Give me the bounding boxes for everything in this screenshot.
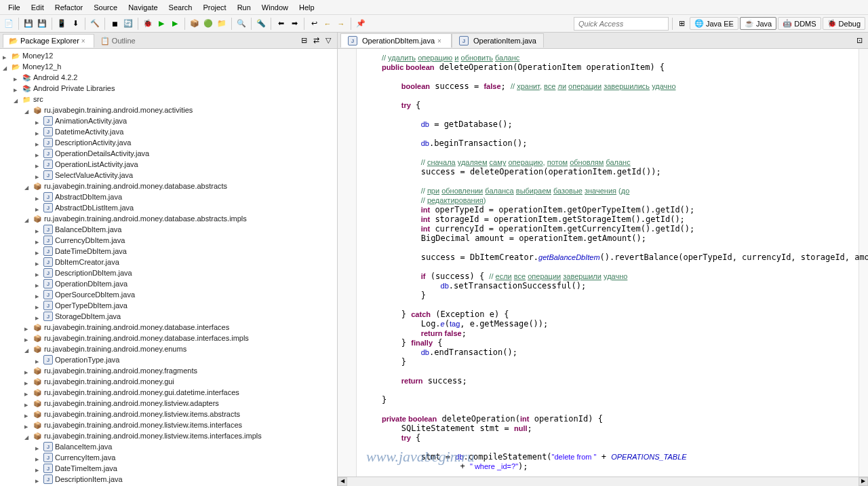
lib-android[interactable]: Android 4.2.2 [1, 72, 336, 83]
quick-access-input[interactable] [574, 17, 669, 31]
file-animation[interactable]: AnimationActivity.java [1, 115, 336, 126]
file-dbcreator[interactable]: DbItemCreator.java [1, 257, 336, 267]
file-opersource[interactable]: OperSourceDbItem.java [1, 289, 336, 300]
file-operationtype[interactable]: OperationType.java [1, 354, 336, 365]
close-icon[interactable]: × [81, 37, 88, 44]
save-all-icon[interactable]: 💾 [36, 18, 48, 30]
file-opdetails[interactable]: OperationDetailsActivity.java [1, 148, 336, 159]
menu-edit[interactable]: Edit [26, 1, 50, 14]
maximize-icon[interactable]: ⊡ [853, 35, 865, 47]
package-enums[interactable]: ru.javabegin.training.android.money.enum… [1, 343, 336, 354]
new-icon[interactable]: 📄 [3, 18, 15, 30]
debug-icon[interactable]: 🐞 [142, 18, 154, 30]
code-content[interactable]: // удалить операцию и обновить баланс pu… [357, 49, 859, 475]
save-icon[interactable]: 💾 [22, 18, 35, 30]
file-absdb[interactable]: AbstractDbItem.java [1, 191, 336, 202]
menu-window[interactable]: Window [256, 1, 294, 14]
code-editor[interactable]: // удалить операцию и обновить баланс pu… [338, 49, 868, 476]
view-menu-icon[interactable]: ▽ [322, 35, 334, 47]
perspective-javaee[interactable]: 🌐Java EE [690, 17, 738, 30]
folder-src[interactable]: src [1, 94, 336, 105]
new-pkg-icon[interactable]: 📦 [189, 18, 201, 30]
scroll-left-icon[interactable]: ◀ [338, 477, 347, 486]
file-balanceitem[interactable]: BalanceItem.java [1, 441, 336, 452]
file-descdb[interactable]: DescriptionDbItem.java [1, 267, 336, 278]
editor-gutter[interactable] [338, 49, 357, 476]
file-datetimedb[interactable]: DateTimeDbItem.java [1, 246, 336, 257]
project-money12[interactable]: Money12 [1, 50, 336, 61]
package-listview-interfaces-impls[interactable]: ru.javabegin.training.android.money.list… [1, 430, 336, 441]
menu-run[interactable]: Run [232, 1, 256, 14]
pin-icon[interactable]: 📌 [355, 18, 367, 30]
package-explorer-view: 📂 Package Explorer × 📋 Outline ⊟ ⇄ ▽ Mon… [0, 33, 338, 486]
tab-outline[interactable]: 📋 Outline [94, 34, 142, 48]
package-db-interfaces-impls[interactable]: ru.javabegin.training.android.money.data… [1, 333, 336, 343]
search-icon[interactable]: 🔦 [255, 18, 267, 30]
new-class-icon[interactable]: 🟢 [202, 18, 214, 30]
file-descriptionitem[interactable]: DescriptionItem.java [1, 474, 336, 485]
package-db-abstracts[interactable]: ru.javabegin.training.android.money.data… [1, 181, 336, 191]
file-storage[interactable]: StorageDbItem.java [1, 311, 336, 322]
device-icon[interactable]: 📱 [56, 18, 68, 30]
package-db-interfaces[interactable]: ru.javabegin.training.android.money.data… [1, 322, 336, 333]
package-listview-adapters[interactable]: ru.javabegin.training.android.money.list… [1, 398, 336, 409]
file-selectvalue[interactable]: SelectValueActivity.java [1, 170, 336, 181]
prev-ann-icon[interactable]: ⬅ [275, 18, 287, 30]
file-oplist[interactable]: OperationListActivity.java [1, 159, 336, 170]
package-listview-interfaces[interactable]: ru.javabegin.training.android.money.list… [1, 419, 336, 430]
file-datetimeitem[interactable]: DateTimeItem.java [1, 463, 336, 474]
file-operationdb[interactable]: OperationDbItem.java [1, 278, 336, 289]
stop-icon[interactable]: ⏹ [108, 18, 121, 30]
perspective-debug[interactable]: 🐞Debug [823, 17, 865, 30]
perspective-ddms[interactable]: 🤖DDMS [778, 17, 821, 30]
collapse-all-icon[interactable]: ⊟ [298, 35, 310, 47]
avd-icon[interactable]: ⬇ [69, 18, 81, 30]
new-folder-icon[interactable]: 📁 [216, 18, 228, 30]
package-activities[interactable]: ru.javabegin.training.android.money.acti… [1, 105, 336, 115]
open-perspective-icon[interactable]: ⊞ [676, 18, 688, 30]
link-editor-icon[interactable]: ⇄ [310, 35, 322, 47]
package-fragments[interactable]: ru.javabegin.training.android.money.frag… [1, 365, 336, 376]
open-type-icon[interactable]: 🔍 [235, 18, 248, 30]
package-tree[interactable]: Money12 Money12_h Android 4.2.2 Android … [0, 49, 337, 486]
last-edit-icon[interactable]: ↩ [308, 18, 320, 30]
menu-navigate[interactable]: Navigate [123, 1, 163, 14]
refresh-icon[interactable]: 🔄 [122, 18, 134, 30]
menu-project[interactable]: Project [197, 1, 231, 14]
package-gui[interactable]: ru.javabegin.training.android.money.gui [1, 376, 336, 387]
project-money12h[interactable]: Money12_h [1, 61, 336, 72]
close-icon[interactable]: × [437, 37, 444, 44]
package-listview-abstracts[interactable]: ru.javabegin.training.android.money.list… [1, 409, 336, 419]
package-db-impls[interactable]: ru.javabegin.training.android.money.data… [1, 213, 336, 224]
main-toolbar: 📄 💾 💾 📱 ⬇ 🔨 ⏹ 🔄 🐞 ▶ ▶ 📦 🟢 📁 🔍 🔦 ⬅ ➡ ↩ ← … [0, 15, 868, 33]
file-currencyitem[interactable]: CurrencyItem.java [1, 452, 336, 463]
editor-tab-operationitem[interactable]: OperationItem.java [452, 33, 544, 48]
editor-tab-operationdb[interactable]: OperationDbItem.java× [340, 33, 452, 48]
horizontal-scrollbar[interactable]: ◀ ▶ [338, 476, 868, 486]
menu-file[interactable]: File [3, 1, 26, 14]
lib-private[interactable]: Android Private Libraries [1, 83, 336, 94]
menu-search[interactable]: Search [163, 1, 198, 14]
file-opertype[interactable]: OperTypeDbItem.java [1, 300, 336, 311]
next-ann-icon[interactable]: ➡ [288, 18, 300, 30]
file-currency[interactable]: CurrencyDbItem.java [1, 235, 336, 246]
editor-area: OperationDbItem.java× OperationItem.java… [338, 33, 868, 486]
file-description[interactable]: DescriptionActivity.java [1, 137, 336, 148]
package-gui-datetime[interactable]: ru.javabegin.training.android.money.gui.… [1, 387, 336, 398]
overview-ruler[interactable] [859, 49, 868, 476]
menu-help[interactable]: Help [294, 1, 320, 14]
perspective-java[interactable]: ☕Java [740, 17, 776, 30]
run-ext-icon[interactable]: ▶ [169, 18, 181, 30]
file-datetime[interactable]: DatetimeActivity.java [1, 126, 336, 137]
back-nav-icon[interactable]: ← [321, 18, 334, 30]
scroll-right-icon[interactable]: ▶ [859, 477, 868, 486]
build-icon[interactable]: 🔨 [89, 18, 101, 30]
file-absdblist[interactable]: AbstractDbListItem.java [1, 202, 336, 213]
menu-bar: File Edit Refactor Source Navigate Searc… [0, 0, 868, 15]
menu-source[interactable]: Source [88, 1, 123, 14]
fwd-nav-icon[interactable]: → [335, 18, 347, 30]
tab-package-explorer[interactable]: 📂 Package Explorer × [3, 34, 94, 48]
run-icon[interactable]: ▶ [155, 18, 167, 30]
file-balance[interactable]: BalanceDbItem.java [1, 224, 336, 235]
menu-refactor[interactable]: Refactor [50, 1, 89, 14]
